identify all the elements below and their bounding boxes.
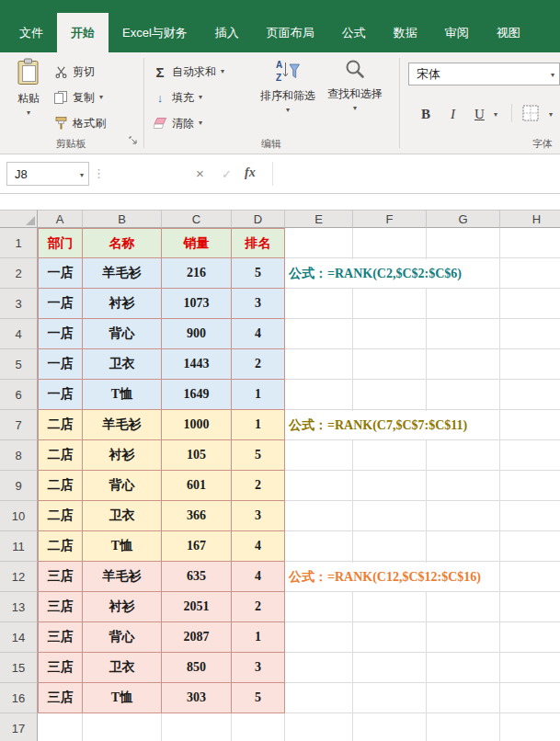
cell-A9[interactable]: 二店 bbox=[38, 471, 83, 501]
row-header-3[interactable]: 3 bbox=[0, 289, 38, 319]
cell-E13[interactable] bbox=[285, 592, 353, 622]
cell-B11[interactable]: T恤 bbox=[83, 531, 162, 562]
cut-button[interactable]: 剪切 bbox=[53, 61, 95, 83]
cell-D8[interactable]: 5 bbox=[232, 440, 285, 471]
cell-B12[interactable]: 羊毛衫 bbox=[83, 562, 162, 592]
cell-C16[interactable]: 303 bbox=[162, 683, 232, 713]
cell-H5[interactable] bbox=[500, 349, 560, 380]
cell-H16[interactable] bbox=[500, 683, 560, 713]
cell-F1[interactable] bbox=[353, 228, 427, 258]
cell-E6[interactable] bbox=[285, 380, 353, 410]
cell-H3[interactable] bbox=[500, 289, 560, 319]
cell-B3[interactable]: 衬衫 bbox=[83, 289, 162, 319]
cell-F16[interactable] bbox=[353, 683, 427, 713]
row-header-4[interactable]: 4 bbox=[0, 319, 38, 349]
cell-B2[interactable]: 羊毛衫 bbox=[83, 258, 162, 289]
cell-A15[interactable]: 三店 bbox=[38, 653, 83, 683]
cell-C11[interactable]: 167 bbox=[162, 531, 232, 562]
cell-H7[interactable] bbox=[500, 410, 560, 440]
cell-H2[interactable] bbox=[500, 258, 560, 289]
ribbon-tab-开始[interactable]: 开始 bbox=[57, 13, 109, 52]
cell-D5[interactable]: 2 bbox=[232, 349, 285, 380]
cell-B4[interactable]: 背心 bbox=[83, 319, 162, 349]
enter-button[interactable]: ✓ bbox=[222, 167, 232, 181]
cell-G6[interactable] bbox=[427, 380, 500, 410]
cell-H11[interactable] bbox=[500, 531, 560, 562]
cell-B8[interactable]: 衬衫 bbox=[83, 440, 162, 471]
cell-F9[interactable] bbox=[353, 471, 427, 501]
cell-A16[interactable]: 三店 bbox=[38, 683, 83, 713]
cell-B10[interactable]: 卫衣 bbox=[83, 501, 162, 531]
cell-D7[interactable]: 1 bbox=[232, 410, 285, 440]
cell-A4[interactable]: 一店 bbox=[38, 319, 83, 349]
column-header-G[interactable]: G bbox=[427, 210, 500, 228]
row-header-1[interactable]: 1 bbox=[0, 228, 38, 258]
cell-C1[interactable]: 销量 bbox=[162, 228, 232, 258]
cell-F17[interactable] bbox=[353, 713, 427, 741]
cell-A6[interactable]: 一店 bbox=[38, 380, 83, 410]
cell-D6[interactable]: 1 bbox=[232, 380, 285, 410]
bold-button[interactable]: B bbox=[421, 103, 430, 125]
cell-E14[interactable] bbox=[285, 622, 353, 653]
column-header-E[interactable]: E bbox=[285, 210, 353, 228]
cell-C17[interactable] bbox=[162, 713, 232, 741]
column-header-H[interactable]: H bbox=[500, 210, 560, 228]
cell-H14[interactable] bbox=[500, 622, 560, 653]
ribbon-tab-审阅[interactable]: 审阅 bbox=[431, 13, 483, 52]
cell-E15[interactable] bbox=[285, 653, 353, 683]
cell-B17[interactable] bbox=[83, 713, 162, 741]
borders-button[interactable] bbox=[522, 105, 539, 125]
cell-H1[interactable] bbox=[500, 228, 560, 258]
cell-B16[interactable]: T恤 bbox=[83, 683, 162, 713]
cell-D17[interactable] bbox=[232, 713, 285, 741]
row-header-12[interactable]: 12 bbox=[0, 562, 38, 592]
cell-H17[interactable] bbox=[500, 713, 560, 741]
cell-F6[interactable] bbox=[353, 380, 427, 410]
cell-H4[interactable] bbox=[500, 319, 560, 349]
cell-F8[interactable] bbox=[353, 440, 427, 471]
ribbon-tab-文件[interactable]: 文件 bbox=[6, 13, 57, 52]
cell-D16[interactable]: 5 bbox=[232, 683, 285, 713]
ribbon-tab-插入[interactable]: 插入 bbox=[201, 13, 253, 52]
cell-D15[interactable]: 3 bbox=[232, 653, 285, 683]
ribbon-tab-Excel与财务[interactable]: Excel与财务 bbox=[109, 13, 201, 52]
cell-F10[interactable] bbox=[353, 501, 427, 531]
cell-F15[interactable] bbox=[353, 653, 427, 683]
cell-D13[interactable]: 2 bbox=[232, 592, 285, 622]
cell-G13[interactable] bbox=[427, 592, 500, 622]
cell-E5[interactable] bbox=[285, 349, 353, 380]
row-header-6[interactable]: 6 bbox=[0, 380, 38, 410]
cell-A2[interactable]: 一店 bbox=[38, 258, 83, 289]
cell-B9[interactable]: 背心 bbox=[83, 471, 162, 501]
fill-button[interactable]: ↓ 填充 ▾ bbox=[153, 86, 202, 108]
cell-E16[interactable] bbox=[285, 683, 353, 713]
cell-B7[interactable]: 羊毛衫 bbox=[83, 410, 162, 440]
cell-A1[interactable]: 部门 bbox=[38, 228, 83, 258]
cell-H8[interactable] bbox=[500, 440, 560, 471]
cell-C3[interactable]: 1073 bbox=[162, 289, 232, 319]
select-all-corner[interactable] bbox=[0, 210, 38, 228]
cell-C5[interactable]: 1443 bbox=[162, 349, 232, 380]
cell-D10[interactable]: 3 bbox=[232, 501, 285, 531]
cell-A3[interactable]: 一店 bbox=[38, 289, 83, 319]
cell-C2[interactable]: 216 bbox=[162, 258, 232, 289]
ribbon-tab-公式[interactable]: 公式 bbox=[328, 13, 380, 52]
cell-G11[interactable] bbox=[427, 531, 500, 562]
cell-G17[interactable] bbox=[427, 713, 500, 741]
row-header-9[interactable]: 9 bbox=[0, 471, 38, 501]
cell-E17[interactable] bbox=[285, 713, 353, 741]
cell-F3[interactable] bbox=[353, 289, 427, 319]
cell-B1[interactable]: 名称 bbox=[83, 228, 162, 258]
cell-D14[interactable]: 1 bbox=[232, 622, 285, 653]
ribbon-tab-页面布局[interactable]: 页面布局 bbox=[253, 13, 328, 52]
clear-button[interactable]: 清除 ▾ bbox=[153, 112, 202, 134]
cell-A8[interactable]: 二店 bbox=[38, 440, 83, 471]
cell-B6[interactable]: T恤 bbox=[83, 380, 162, 410]
ribbon-tab-数据[interactable]: 数据 bbox=[380, 13, 431, 52]
cell-D11[interactable]: 4 bbox=[232, 531, 285, 562]
ribbon-tab-视图[interactable]: 视图 bbox=[483, 13, 534, 52]
autosum-button[interactable]: Σ 自动求和 ▾ bbox=[153, 61, 224, 83]
row-header-7[interactable]: 7 bbox=[0, 410, 38, 440]
name-box[interactable]: J8 ▾ bbox=[6, 162, 89, 186]
row-header-13[interactable]: 13 bbox=[0, 592, 38, 622]
